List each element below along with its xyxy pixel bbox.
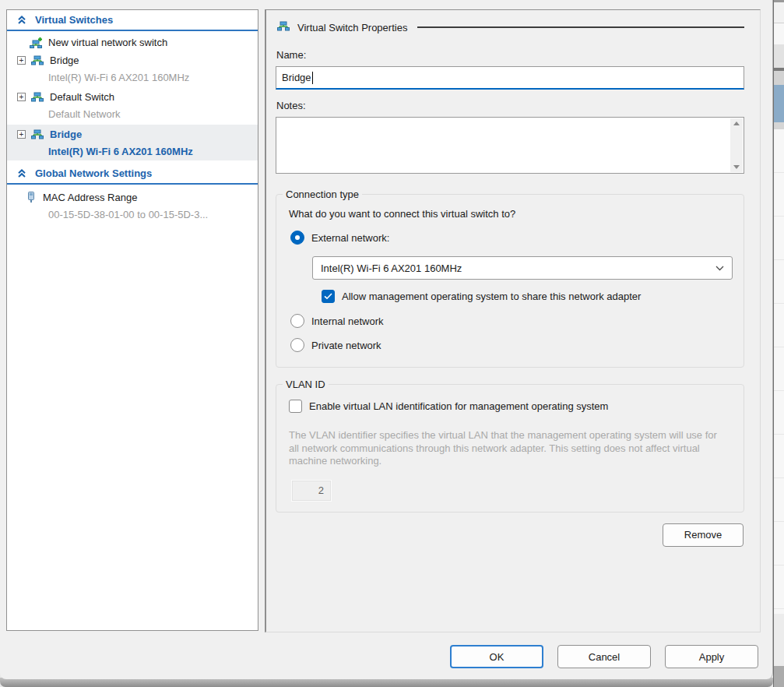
- tree-item-subtitle: Intel(R) Wi-Fi 6 AX201 160MHz: [7, 143, 258, 160]
- section-title: Global Network Settings: [35, 167, 152, 179]
- section-title: Virtual Switches: [35, 14, 113, 26]
- radio-unselected-icon[interactable]: [290, 338, 304, 352]
- background-window-list: [774, 129, 784, 614]
- background-window-selected-row: [774, 85, 784, 122]
- checkbox-label: Enable virtual LAN identification for ma…: [309, 400, 608, 412]
- vlan-id-group: VLAN ID Enable virtual LAN identificatio…: [276, 379, 744, 513]
- vlan-id-legend: VLAN ID: [283, 379, 329, 390]
- name-input-value: Bridge: [282, 72, 311, 83]
- tree-section-global-network-settings[interactable]: Global Network Settings: [7, 164, 258, 185]
- radio-internal-network[interactable]: Internal network: [290, 313, 733, 329]
- radio-label: Internal network: [311, 315, 384, 327]
- remove-button[interactable]: Remove: [663, 523, 744, 547]
- switch-tree-panel: Virtual Switches New virtual network swi…: [6, 9, 258, 631]
- radio-private-network[interactable]: Private network: [290, 337, 733, 353]
- chevron-double-up-icon: [17, 16, 26, 25]
- external-adapter-select[interactable]: Intel(R) Wi-Fi 6 AX201 160MHz: [312, 256, 733, 280]
- name-input[interactable]: Bridge: [276, 66, 744, 90]
- virtual-switch-icon: [277, 21, 290, 33]
- ok-button[interactable]: OK: [450, 645, 543, 668]
- background-window-row: [774, 23, 784, 44]
- checkbox-label: Allow management operating system to sha…: [342, 291, 641, 302]
- network-adapter-icon: [24, 192, 37, 203]
- tree-item-label: Bridge: [50, 55, 79, 66]
- cancel-button[interactable]: Cancel: [557, 645, 651, 668]
- chevron-double-up-icon: [17, 169, 26, 178]
- tree-item-label: Default Switch: [50, 91, 114, 103]
- adapter-selected-value: Intel(R) Wi-Fi 6 AX201 160MHz: [321, 262, 462, 274]
- checkbox-checked-icon[interactable]: [322, 290, 335, 303]
- background-window-row: [774, 122, 784, 129]
- tree-item-label: MAC Address Range: [43, 192, 137, 203]
- checkbox-unchecked-icon[interactable]: [289, 400, 302, 413]
- pane-title: Virtual Switch Properties: [297, 22, 407, 33]
- connection-type-legend: Connection type: [283, 188, 362, 200]
- radio-external-network[interactable]: External network:: [290, 230, 733, 245]
- pane-header: Virtual Switch Properties: [277, 21, 744, 33]
- scroll-up-icon[interactable]: [733, 122, 740, 125]
- radio-unselected-icon[interactable]: [290, 314, 304, 328]
- virtual-switch-icon: [31, 129, 44, 139]
- radio-selected-icon[interactable]: [290, 231, 304, 245]
- dialog-surface: Virtual Switches New virtual network swi…: [0, 0, 773, 679]
- tree-item-new-virtual-network-switch[interactable]: New virtual network switch: [7, 33, 258, 51]
- tree-section-virtual-switches[interactable]: Virtual Switches: [7, 10, 258, 31]
- header-rule: [417, 26, 744, 28]
- connection-question: What do you want to connect this virtual…: [289, 208, 733, 220]
- background-window-row: [774, 44, 784, 68]
- virtual-switch-icon: [31, 55, 44, 65]
- tree-item-subtitle: 00-15-5D-38-01-00 to 00-15-5D-3...: [7, 206, 258, 223]
- tree-item-label: New virtual network switch: [48, 37, 167, 48]
- vlan-description: The VLAN identifier specifies the virtua…: [289, 429, 720, 468]
- expand-plus-icon[interactable]: +: [17, 130, 26, 139]
- new-switch-icon: [30, 37, 43, 48]
- tree-item-bridge-selected[interactable]: + Bridge Intel(R) Wi-Fi 6 AX201 160MHz: [7, 125, 258, 160]
- vlan-id-input: 2: [292, 481, 331, 501]
- share-adapter-checkbox-row[interactable]: Allow management operating system to sha…: [322, 290, 733, 303]
- vlan-id-value: 2: [318, 484, 324, 496]
- radio-label: External network:: [311, 232, 389, 244]
- expand-plus-icon[interactable]: +: [17, 56, 26, 65]
- expand-plus-icon[interactable]: +: [17, 93, 26, 101]
- text-cursor: [312, 72, 313, 84]
- virtual-switch-manager-dialog: Virtual Switches New virtual network swi…: [0, 0, 784, 687]
- tree-item-subtitle: Default Network: [7, 106, 258, 122]
- notes-label: Notes:: [276, 100, 744, 111]
- enable-vlan-checkbox-row[interactable]: Enable virtual LAN identification for ma…: [289, 400, 733, 413]
- connection-type-group: Connection type What do you want to conn…: [276, 188, 744, 368]
- properties-pane: Virtual Switch Properties Name: Bridge N…: [265, 9, 761, 632]
- background-window-edge: [773, 0, 784, 687]
- tree-item-label: Bridge: [50, 129, 82, 140]
- notes-textarea[interactable]: [276, 117, 744, 174]
- background-window-row: [774, 2, 784, 23]
- scroll-down-icon[interactable]: [733, 165, 740, 169]
- tree-item-default-switch[interactable]: + Default Switch: [7, 88, 258, 106]
- chevron-down-icon: [715, 266, 724, 271]
- notes-scrollbar[interactable]: [730, 118, 743, 172]
- background-window-statusbar: [774, 666, 784, 687]
- background-window-row: [774, 614, 784, 666]
- name-label: Name:: [276, 49, 744, 61]
- background-window-row: [774, 71, 784, 85]
- tree-item-bridge-1[interactable]: + Bridge: [7, 51, 258, 69]
- apply-button[interactable]: Apply: [665, 645, 758, 668]
- radio-label: Private network: [311, 340, 381, 351]
- tree-item-mac-address-range[interactable]: MAC Address Range: [7, 188, 258, 206]
- virtual-switch-icon: [31, 92, 44, 102]
- tree-item-subtitle: Intel(R) Wi-Fi 6 AX201 160MHz: [7, 69, 258, 86]
